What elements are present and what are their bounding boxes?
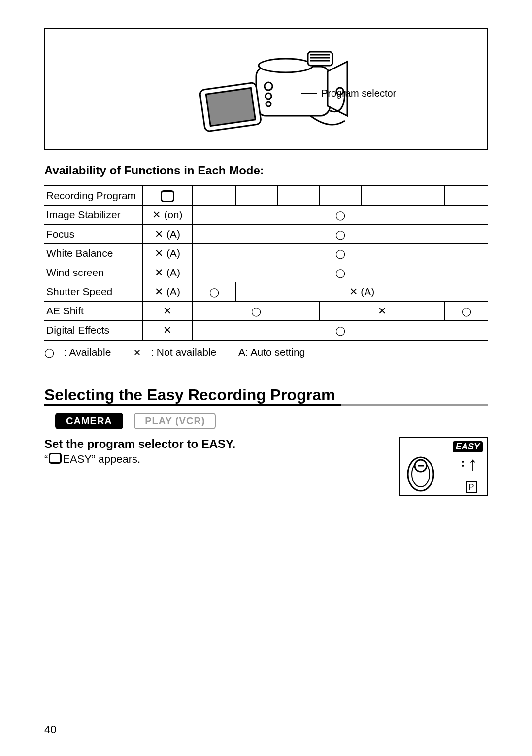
svg-rect-6: [206, 88, 255, 126]
row-label: Wind screen: [44, 263, 142, 282]
table-legend: : Available : Not available A: Auto sett…: [44, 346, 488, 358]
circle-icon: [44, 346, 54, 358]
svg-point-2: [265, 82, 272, 90]
camcorder-figure: Program selector: [44, 28, 488, 150]
pointer-line: [301, 93, 317, 94]
circle-icon: [335, 247, 345, 259]
row-label: Recording Program: [44, 186, 142, 206]
cell: ✕ (A): [235, 282, 488, 302]
svg-point-4: [266, 102, 271, 106]
instruction-note: “EASY” appears.: [44, 453, 235, 466]
row-label: Digital Effects: [44, 321, 142, 341]
table-row: Shutter Speed ✕ (A) ✕ (A): [44, 282, 488, 302]
mode-play-badge: PLAY (VCR): [134, 413, 216, 429]
p-label: P: [466, 481, 477, 493]
table-row: White Balance ✕ (A): [44, 244, 488, 263]
circle-icon: [335, 324, 345, 336]
easy-switch-illustration: EASY ↑ •• P: [399, 437, 488, 496]
svg-rect-7: [308, 52, 332, 66]
cell: ✕ (A): [142, 282, 193, 302]
cell: ✕: [142, 321, 193, 341]
table-row: Recording Program: [44, 186, 488, 206]
cell: ✕ (A): [142, 244, 193, 263]
instruction-step: Set the program selector to EASY.: [44, 437, 235, 451]
row-label: Image Stabilizer: [44, 206, 142, 225]
circle-icon: [335, 267, 345, 278]
rect-icon: [161, 190, 174, 202]
program-selector-label: Program selector: [321, 88, 396, 99]
cell: ✕ (on): [142, 206, 193, 225]
row-label: AE Shift: [44, 302, 142, 321]
svg-point-1: [259, 59, 313, 72]
cell: ✕ (A): [142, 263, 193, 282]
table-heading: Availability of Functions in Each Mode:: [44, 164, 488, 177]
circle-icon: [335, 209, 345, 220]
table-row: Wind screen ✕ (A): [44, 263, 488, 282]
circle-icon: [209, 286, 219, 297]
up-arrow-icon: ↑: [468, 454, 478, 474]
table-row: Image Stabilizer ✕ (on): [44, 206, 488, 225]
cell: ✕: [319, 302, 445, 321]
rect-icon: [49, 453, 62, 464]
circle-icon: [462, 305, 471, 316]
svg-rect-0: [256, 67, 330, 116]
row-label: Focus: [44, 225, 142, 244]
cell: ✕ (A): [142, 225, 193, 244]
page-number: 40: [44, 723, 56, 736]
svg-point-3: [266, 93, 271, 99]
mode-camera-badge: CAMERA: [55, 413, 123, 429]
row-label: Shutter Speed: [44, 282, 142, 302]
function-availability-table: Recording Program Image Stabilizer ✕ (on…: [44, 185, 488, 341]
x-icon: [133, 346, 141, 358]
dots-icon: ••: [462, 460, 464, 468]
mode-row: CAMERA PLAY (VCR): [55, 413, 488, 429]
circle-icon: [251, 305, 261, 316]
table-row: Focus ✕ (A): [44, 225, 488, 244]
section-heading: Selecting the Easy Recording Program: [44, 386, 488, 406]
easy-badge: EASY: [453, 441, 483, 452]
circle-icon: [335, 228, 345, 240]
switch-icon: [406, 456, 435, 492]
cell: ✕: [142, 302, 193, 321]
row-label: White Balance: [44, 244, 142, 263]
table-row: AE Shift ✕ ✕: [44, 302, 488, 321]
table-row: Digital Effects ✕: [44, 321, 488, 341]
